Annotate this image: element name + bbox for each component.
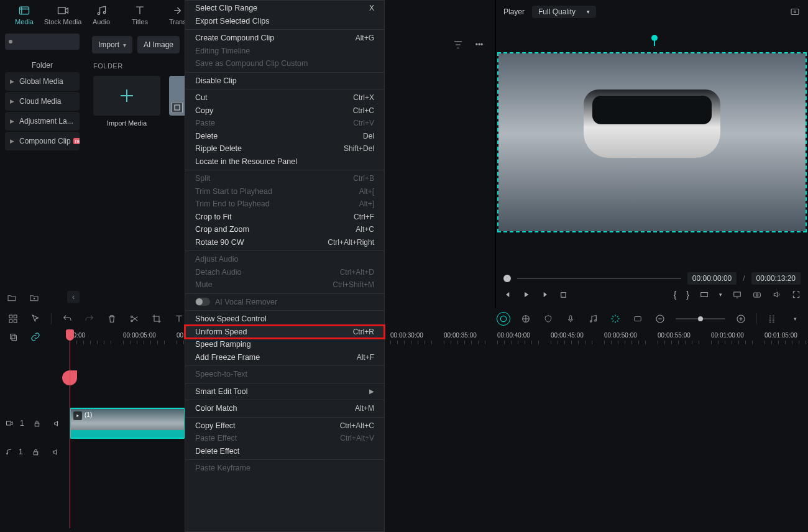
svg-rect-30 <box>35 423 39 426</box>
menu-item-rotate-90-cw[interactable]: Rotate 90 CWCtrl+Alt+Right <box>185 236 384 249</box>
seek-knob[interactable] <box>503 275 511 282</box>
sidebar-item-adjust[interactable]: ▶Adjustment La... <box>5 112 80 131</box>
ai-icon[interactable] <box>608 312 622 326</box>
menu-item-export-selected-clips[interactable]: Export Selected Clips <box>185 15 384 28</box>
sidebar-item-cloud[interactable]: ▶Cloud Media <box>5 92 80 111</box>
mic-icon[interactable] <box>564 312 577 326</box>
mark-in-button[interactable]: { <box>674 290 677 300</box>
prev-frame-button[interactable] <box>503 290 512 299</box>
track-layout-icon[interactable] <box>766 312 779 326</box>
menu-item-disable-clip[interactable]: Disable Clip <box>185 75 384 88</box>
menu-item-select-clip-range[interactable]: Select Clip RangeX <box>185 2 384 15</box>
text-icon[interactable] <box>172 312 186 326</box>
menu-item-smart-edit-tool[interactable]: Smart Edit Tool▶ <box>185 385 384 398</box>
menu-item-crop-to-fit[interactable]: Crop to FitCtrl+F <box>185 211 384 224</box>
chevron-down-icon[interactable]: ▾ <box>788 312 802 326</box>
tab-titles[interactable]: Titles <box>121 0 159 30</box>
menu-item-crop-and-zoom[interactable]: Crop and ZoomAlt+C <box>185 223 384 236</box>
menu-item-paste-keyframe: Paste Keyframe <box>185 462 384 475</box>
menu-item-shortcut: Alt+G <box>356 34 374 42</box>
tab-audio[interactable]: Audio <box>82 0 121 30</box>
mute-track-icon[interactable] <box>50 416 64 430</box>
caption-icon[interactable] <box>631 312 645 326</box>
sidebar-item-label: Compound Clip <box>19 137 71 145</box>
ruler-tick: 00:01:05:00 <box>764 332 808 344</box>
tab-stock-media[interactable]: Stock Media <box>44 0 82 30</box>
color-icon[interactable] <box>519 312 533 326</box>
zoom-in-icon[interactable] <box>734 312 748 326</box>
timeline-clip[interactable]: (1) <box>70 408 185 439</box>
menu-item-add-freeze-frame[interactable]: Add Freeze FrameAlt+F <box>185 351 384 364</box>
sidebar-item-global[interactable]: ▶Global Media <box>5 72 80 91</box>
split-icon[interactable] <box>127 312 141 326</box>
quality-dropdown[interactable]: Full Quality ▾ <box>532 6 596 18</box>
ruler-tick: 00:00:40:00 <box>497 332 545 344</box>
volume-button[interactable] <box>772 290 782 299</box>
next-frame-button[interactable] <box>541 290 549 299</box>
shield-icon[interactable] <box>541 312 555 326</box>
menu-item-color-match[interactable]: Color MatchAlt+M <box>185 402 384 415</box>
render-icon[interactable] <box>497 312 510 326</box>
menu-item-delete-effect[interactable]: Delete Effect <box>185 445 384 458</box>
new-folder-plus-icon[interactable] <box>27 291 41 305</box>
import-button[interactable]: Import▾ <box>92 36 132 53</box>
menu-item-speed-ramping[interactable]: Speed Ramping <box>185 338 384 351</box>
zoom-out-icon[interactable] <box>653 312 667 326</box>
snapshot-list-icon[interactable] <box>789 6 801 17</box>
sidebar-item-compound[interactable]: ▶Compound Clipnew <box>5 132 80 150</box>
svg-point-11 <box>756 294 758 296</box>
menu-item-ripple-delete[interactable]: Ripple DeleteShift+Del <box>185 142 384 155</box>
project-selector[interactable] <box>5 34 80 50</box>
crop-icon[interactable] <box>150 312 163 326</box>
seek-track[interactable] <box>517 278 681 279</box>
grid-icon[interactable] <box>6 312 20 326</box>
pointer-icon[interactable] <box>29 312 42 326</box>
music-icon[interactable] <box>586 312 600 326</box>
menu-item-shortcut: Ctrl+Alt+Right <box>328 238 374 247</box>
duplicate-icon[interactable] <box>6 330 20 344</box>
menu-item-label: Crop to Fit <box>195 213 354 221</box>
timeline-playhead[interactable] <box>70 332 70 528</box>
sidebar-item-label: Global Media <box>19 77 63 86</box>
lock-icon[interactable] <box>29 445 43 459</box>
menu-item-copy-effect[interactable]: Copy EffectCtrl+Alt+C <box>185 420 384 433</box>
svg-point-2 <box>98 12 99 14</box>
zoom-slider[interactable] <box>676 318 725 319</box>
lock-icon[interactable] <box>30 416 44 430</box>
menu-item-locate-in-the-resource-panel[interactable]: Locate in the Resource Panel <box>185 155 384 168</box>
menu-item-shortcut: Ctrl+V <box>353 119 374 127</box>
ratio-button[interactable] <box>699 290 709 299</box>
menu-item-create-compound-clip[interactable]: Create Compound ClipAlt+G <box>185 32 384 45</box>
link-icon[interactable] <box>29 330 42 344</box>
import-media-card[interactable]: Import Media <box>93 76 160 127</box>
fullscreen-button[interactable] <box>792 290 801 299</box>
snapshot-button[interactable] <box>752 290 762 299</box>
mute-track-icon[interactable] <box>49 445 63 459</box>
playhead-marker-icon[interactable] <box>651 35 658 41</box>
redo-icon[interactable] <box>83 312 96 326</box>
tab-media[interactable]: Media <box>5 0 44 30</box>
stop-button[interactable] <box>559 291 567 299</box>
ruler-tick: 00:00:05:00 <box>123 332 171 344</box>
display-button[interactable] <box>732 290 742 299</box>
menu-item-show-speed-control[interactable]: Show Speed Control <box>185 313 384 326</box>
menu-item-cut[interactable]: CutCtrl+X <box>185 91 384 104</box>
chevron-down-icon[interactable]: ▾ <box>719 291 722 298</box>
more-icon[interactable]: ••• <box>471 37 487 53</box>
menu-item-label: Adjust Audio <box>195 255 374 264</box>
new-folder-icon[interactable] <box>5 291 19 305</box>
ai-image-button[interactable]: AI Image <box>137 36 180 53</box>
delete-icon[interactable] <box>105 312 119 326</box>
filter-icon[interactable] <box>450 37 466 53</box>
menu-item-delete[interactable]: DeleteDel <box>185 130 384 143</box>
menu-item-copy[interactable]: CopyCtrl+C <box>185 104 384 117</box>
collapse-sidebar-button[interactable]: ‹ <box>67 291 80 303</box>
menu-item-shortcut: Alt+] <box>359 200 374 208</box>
menu-item-uniform-speed[interactable]: Uniform SpeedCtrl+R <box>185 326 384 339</box>
play-button[interactable] <box>522 290 531 299</box>
menu-item-speech-to-text: Speech-to-Text <box>185 368 384 381</box>
undo-icon[interactable] <box>60 312 74 326</box>
mark-out-button[interactable]: } <box>686 290 689 300</box>
quality-label: Full Quality <box>538 7 576 16</box>
preview-frame[interactable] <box>498 53 806 231</box>
